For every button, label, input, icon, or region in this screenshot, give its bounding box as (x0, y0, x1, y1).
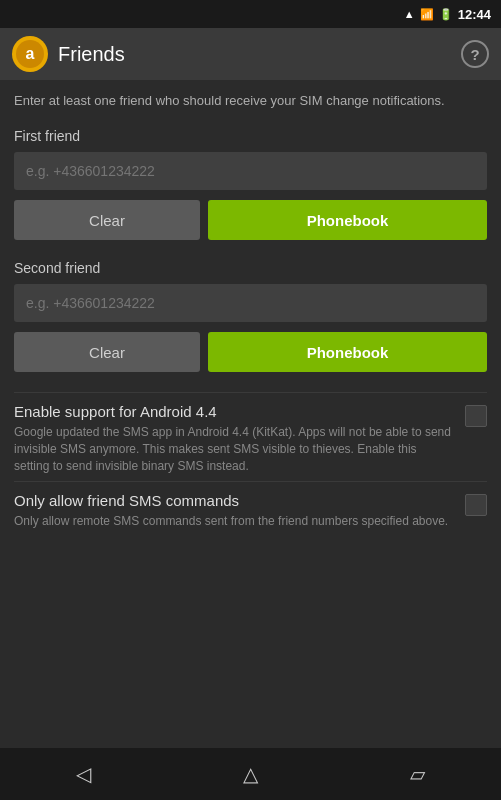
app-title: Friends (58, 43, 125, 66)
setting-sms-commands-desc: Only allow remote SMS commands sent from… (14, 513, 455, 530)
setting-android44-title: Enable support for Android 4.4 (14, 403, 455, 420)
page-subtitle: Enter at least one friend who should rec… (14, 92, 487, 110)
status-time: 12:44 (458, 7, 491, 22)
first-friend-clear-button[interactable]: Clear (14, 200, 200, 240)
nav-bar: ◁ △ ▱ (0, 748, 501, 800)
nav-recents-button[interactable]: ▱ (334, 748, 501, 800)
first-friend-label: First friend (14, 128, 487, 144)
wifi-icon: 📶 (420, 8, 434, 21)
setting-android44-checkbox[interactable] (465, 405, 487, 427)
nav-back-button[interactable]: ◁ (0, 748, 167, 800)
nav-back-icon: ◁ (76, 762, 91, 786)
nav-home-icon: △ (243, 762, 258, 786)
first-friend-phonebook-button[interactable]: Phonebook (208, 200, 487, 240)
help-button[interactable]: ? (461, 40, 489, 68)
first-friend-input[interactable] (14, 152, 487, 190)
second-friend-section: Second friend Clear Phonebook (14, 260, 487, 372)
setting-android44-desc: Google updated the SMS app in Android 4.… (14, 424, 455, 474)
first-friend-buttons: Clear Phonebook (14, 200, 487, 240)
setting-item-sms-commands[interactable]: Only allow friend SMS commands Only allo… (14, 481, 487, 536)
second-friend-label: Second friend (14, 260, 487, 276)
setting-sms-commands-checkbox[interactable] (465, 494, 487, 516)
app-bar-left: a Friends (12, 36, 125, 72)
battery-icon: 🔋 (439, 8, 453, 21)
setting-sms-commands-text: Only allow friend SMS commands Only allo… (14, 492, 465, 530)
signal-icon: ▲ (404, 8, 415, 20)
setting-android44-text: Enable support for Android 4.4 Google up… (14, 403, 465, 474)
svg-text:a: a (26, 45, 35, 62)
nav-home-button[interactable]: △ (167, 748, 334, 800)
second-friend-clear-button[interactable]: Clear (14, 332, 200, 372)
avast-logo: a (12, 36, 48, 72)
app-bar: a Friends ? (0, 28, 501, 80)
content-area: Enter at least one friend who should rec… (0, 80, 501, 535)
second-friend-input[interactable] (14, 284, 487, 322)
setting-sms-commands-title: Only allow friend SMS commands (14, 492, 455, 509)
setting-item-android44[interactable]: Enable support for Android 4.4 Google up… (14, 392, 487, 480)
first-friend-section: First friend Clear Phonebook (14, 128, 487, 240)
second-friend-buttons: Clear Phonebook (14, 332, 487, 372)
status-bar: ▲ 📶 🔋 12:44 (0, 0, 501, 28)
second-friend-phonebook-button[interactable]: Phonebook (208, 332, 487, 372)
nav-recents-icon: ▱ (410, 762, 425, 786)
status-icons: ▲ 📶 🔋 12:44 (404, 7, 491, 22)
